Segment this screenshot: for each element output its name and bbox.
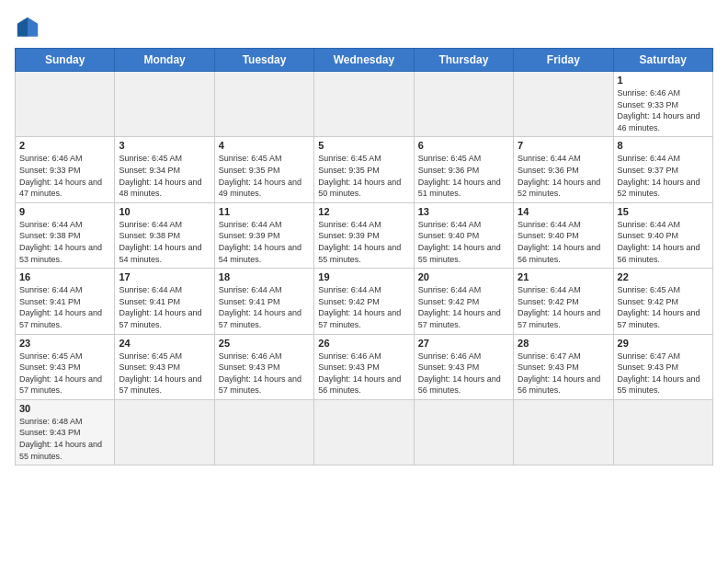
day-info: Sunrise: 6:45 AM Sunset: 9:35 PM Dayligh… (318, 153, 409, 199)
weekday-header-sunday: Sunday (16, 49, 115, 72)
calendar-day-cell (16, 72, 115, 137)
day-info: Sunrise: 6:44 AM Sunset: 9:42 PM Dayligh… (318, 284, 409, 330)
day-number: 17 (119, 271, 210, 282)
day-info: Sunrise: 6:45 AM Sunset: 9:34 PM Dayligh… (119, 153, 210, 199)
day-number: 12 (318, 206, 409, 217)
day-number: 6 (418, 140, 509, 151)
day-info: Sunrise: 6:47 AM Sunset: 9:43 PM Dayligh… (618, 350, 709, 396)
day-info: Sunrise: 6:44 AM Sunset: 9:41 PM Dayligh… (219, 284, 310, 330)
day-info: Sunrise: 6:46 AM Sunset: 9:43 PM Dayligh… (219, 350, 310, 396)
calendar-day-cell: 7Sunrise: 6:44 AM Sunset: 9:36 PM Daylig… (514, 137, 613, 202)
calendar-day-cell (115, 399, 214, 465)
day-info: Sunrise: 6:44 AM Sunset: 9:41 PM Dayligh… (119, 284, 210, 330)
calendar-day-cell: 24Sunrise: 6:45 AM Sunset: 9:43 PM Dayli… (115, 334, 214, 399)
calendar-week-row: 30Sunrise: 6:48 AM Sunset: 9:43 PM Dayli… (16, 399, 713, 465)
day-info: Sunrise: 6:47 AM Sunset: 9:43 PM Dayligh… (518, 350, 609, 396)
weekday-header-monday: Monday (115, 49, 214, 72)
calendar-day-cell: 21Sunrise: 6:44 AM Sunset: 9:42 PM Dayli… (514, 269, 613, 334)
day-number: 8 (618, 140, 709, 151)
calendar-day-cell: 2Sunrise: 6:46 AM Sunset: 9:33 PM Daylig… (16, 137, 115, 202)
day-number: 10 (119, 206, 210, 217)
calendar-day-cell: 14Sunrise: 6:44 AM Sunset: 9:40 PM Dayli… (514, 202, 613, 268)
calendar-day-cell: 22Sunrise: 6:45 AM Sunset: 9:42 PM Dayli… (613, 269, 712, 334)
day-info: Sunrise: 6:45 AM Sunset: 9:36 PM Dayligh… (418, 153, 509, 199)
day-info: Sunrise: 6:46 AM Sunset: 9:43 PM Dayligh… (418, 350, 509, 396)
svg-marker-0 (28, 17, 38, 37)
calendar-day-cell: 20Sunrise: 6:44 AM Sunset: 9:42 PM Dayli… (414, 269, 513, 334)
calendar-day-cell (514, 399, 613, 465)
calendar-day-cell: 13Sunrise: 6:44 AM Sunset: 9:40 PM Dayli… (414, 202, 513, 268)
day-info: Sunrise: 6:44 AM Sunset: 9:39 PM Dayligh… (318, 219, 409, 265)
day-number: 24 (119, 338, 210, 349)
day-number: 3 (119, 140, 210, 151)
day-number: 9 (19, 206, 110, 217)
day-number: 5 (318, 140, 409, 151)
logo-icon (15, 15, 40, 40)
calendar-day-cell (414, 399, 513, 465)
day-info: Sunrise: 6:44 AM Sunset: 9:39 PM Dayligh… (219, 219, 310, 265)
day-info: Sunrise: 6:46 AM Sunset: 9:33 PM Dayligh… (618, 87, 709, 133)
day-number: 7 (518, 140, 609, 151)
weekday-header-row: SundayMondayTuesdayWednesdayThursdayFrid… (16, 49, 713, 72)
day-info: Sunrise: 6:44 AM Sunset: 9:38 PM Dayligh… (119, 219, 210, 265)
day-info: Sunrise: 6:48 AM Sunset: 9:43 PM Dayligh… (19, 416, 110, 462)
day-info: Sunrise: 6:46 AM Sunset: 9:43 PM Dayligh… (318, 350, 409, 396)
calendar-body: 1Sunrise: 6:46 AM Sunset: 9:33 PM Daylig… (16, 72, 713, 465)
day-info: Sunrise: 6:44 AM Sunset: 9:42 PM Dayligh… (418, 284, 509, 330)
day-number: 21 (518, 271, 609, 282)
calendar-day-cell: 11Sunrise: 6:44 AM Sunset: 9:39 PM Dayli… (214, 202, 313, 268)
day-number: 11 (219, 206, 310, 217)
weekday-header-wednesday: Wednesday (314, 49, 414, 72)
day-number: 1 (618, 75, 709, 86)
day-number: 13 (418, 206, 509, 217)
day-info: Sunrise: 6:44 AM Sunset: 9:42 PM Dayligh… (518, 284, 609, 330)
calendar-day-cell: 30Sunrise: 6:48 AM Sunset: 9:43 PM Dayli… (16, 399, 115, 465)
weekday-header-thursday: Thursday (414, 49, 513, 72)
calendar-day-cell: 27Sunrise: 6:46 AM Sunset: 9:43 PM Dayli… (414, 334, 513, 399)
calendar-day-cell: 29Sunrise: 6:47 AM Sunset: 9:43 PM Dayli… (613, 334, 712, 399)
weekday-header-friday: Friday (514, 49, 613, 72)
day-number: 16 (19, 271, 110, 282)
day-info: Sunrise: 6:45 AM Sunset: 9:43 PM Dayligh… (19, 350, 110, 396)
logo (15, 15, 44, 40)
day-number: 14 (518, 206, 609, 217)
day-number: 26 (318, 338, 409, 349)
day-info: Sunrise: 6:46 AM Sunset: 9:33 PM Dayligh… (19, 153, 110, 199)
calendar-day-cell: 9Sunrise: 6:44 AM Sunset: 9:38 PM Daylig… (16, 202, 115, 268)
calendar-day-cell: 18Sunrise: 6:44 AM Sunset: 9:41 PM Dayli… (214, 269, 313, 334)
calendar-day-cell (414, 72, 513, 137)
calendar-day-cell (314, 72, 414, 137)
calendar-day-cell (214, 399, 313, 465)
weekday-header-tuesday: Tuesday (214, 49, 313, 72)
day-info: Sunrise: 6:44 AM Sunset: 9:40 PM Dayligh… (418, 219, 509, 265)
day-info: Sunrise: 6:44 AM Sunset: 9:40 PM Dayligh… (518, 219, 609, 265)
day-info: Sunrise: 6:44 AM Sunset: 9:36 PM Dayligh… (518, 153, 609, 199)
calendar-day-cell: 23Sunrise: 6:45 AM Sunset: 9:43 PM Dayli… (16, 334, 115, 399)
calendar-day-cell: 17Sunrise: 6:44 AM Sunset: 9:41 PM Dayli… (115, 269, 214, 334)
calendar-day-cell: 1Sunrise: 6:46 AM Sunset: 9:33 PM Daylig… (613, 72, 712, 137)
calendar-day-cell: 4Sunrise: 6:45 AM Sunset: 9:35 PM Daylig… (214, 137, 313, 202)
day-number: 27 (418, 338, 509, 349)
day-info: Sunrise: 6:44 AM Sunset: 9:37 PM Dayligh… (618, 153, 709, 199)
calendar-day-cell (613, 399, 712, 465)
day-info: Sunrise: 6:45 AM Sunset: 9:42 PM Dayligh… (618, 284, 709, 330)
day-info: Sunrise: 6:45 AM Sunset: 9:43 PM Dayligh… (119, 350, 210, 396)
day-number: 25 (219, 338, 310, 349)
day-info: Sunrise: 6:44 AM Sunset: 9:38 PM Dayligh… (19, 219, 110, 265)
calendar-day-cell: 10Sunrise: 6:44 AM Sunset: 9:38 PM Dayli… (115, 202, 214, 268)
calendar-week-row: 1Sunrise: 6:46 AM Sunset: 9:33 PM Daylig… (16, 72, 713, 137)
calendar-day-cell: 26Sunrise: 6:46 AM Sunset: 9:43 PM Dayli… (314, 334, 414, 399)
calendar-day-cell: 19Sunrise: 6:44 AM Sunset: 9:42 PM Dayli… (314, 269, 414, 334)
day-number: 29 (618, 338, 709, 349)
weekday-header-saturday: Saturday (613, 49, 712, 72)
day-info: Sunrise: 6:45 AM Sunset: 9:35 PM Dayligh… (219, 153, 310, 199)
day-number: 22 (618, 271, 709, 282)
svg-marker-1 (17, 17, 28, 37)
day-number: 20 (418, 271, 509, 282)
day-number: 15 (618, 206, 709, 217)
calendar-day-cell (115, 72, 214, 137)
calendar-day-cell: 16Sunrise: 6:44 AM Sunset: 9:41 PM Dayli… (16, 269, 115, 334)
calendar-day-cell: 6Sunrise: 6:45 AM Sunset: 9:36 PM Daylig… (414, 137, 513, 202)
calendar-day-cell: 12Sunrise: 6:44 AM Sunset: 9:39 PM Dayli… (314, 202, 414, 268)
day-info: Sunrise: 6:44 AM Sunset: 9:40 PM Dayligh… (618, 219, 709, 265)
